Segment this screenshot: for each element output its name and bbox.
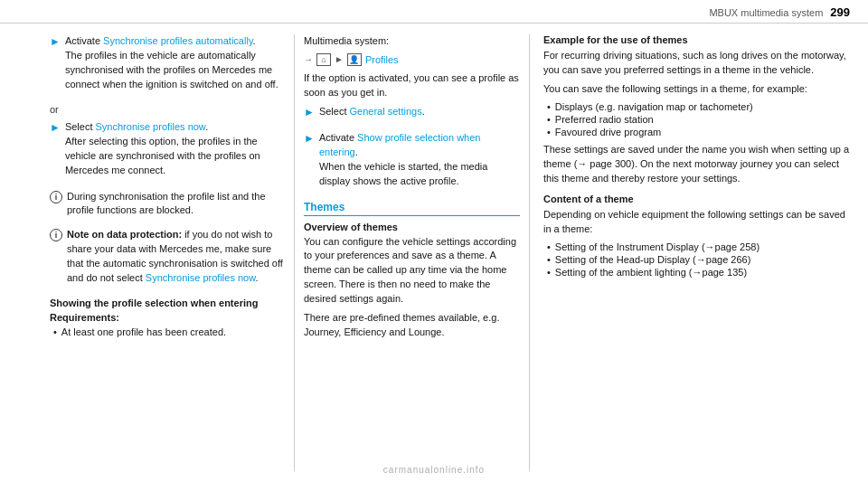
profiles-link[interactable]: Profiles (365, 54, 399, 65)
select-now-text: Select Synchronise profiles now. After s… (65, 120, 285, 178)
arrow-icon-1: ► (50, 35, 61, 48)
select-general-item: ► Select General settings. (304, 105, 520, 124)
example-item-3: Favoured drive program (547, 127, 850, 137)
example-item-2: Preferred radio station (547, 114, 850, 125)
arrow-icon-3: ► (304, 106, 315, 118)
synchronise-auto-link[interactable]: Synchronise profiles automatically (103, 35, 252, 46)
content-heading: Content of a theme (543, 194, 850, 204)
mm-icon-person: 👤 (347, 53, 362, 66)
arrow-135: → (693, 267, 703, 278)
arrow-266: → (696, 254, 706, 265)
arrow-258: → (705, 241, 715, 252)
content-item-3: Setting of the ambient lighting (→ page … (547, 267, 850, 278)
info-text-1: During synchronisation the profile list … (67, 190, 285, 219)
themes-heading: Themes (304, 201, 520, 216)
page-container: MBUX multimedia system 299 ► Activate Sy… (0, 0, 868, 482)
general-settings-link[interactable]: General settings (350, 106, 422, 117)
requirement-item: At least one profile has been created. (53, 326, 285, 337)
example-text-2: You can save the following settings in a… (543, 82, 850, 97)
arrow-icon-4: ► (304, 132, 315, 145)
content-item-1: Setting of the Instrument Display (→ pag… (547, 241, 850, 252)
content-area: ► Activate Synchronise profiles automati… (0, 24, 868, 480)
info-icon-2: i (50, 229, 62, 241)
saved-arrow: → (577, 158, 587, 169)
content-items-list: Setting of the Instrument Display (→ pag… (547, 241, 850, 278)
activate-text: Activate Synchronise profiles automatica… (65, 34, 285, 92)
info-icon-1: i (50, 191, 62, 203)
watermark: carmanualonline.info (383, 465, 485, 475)
note-data-protection-label: Note on data protection: (67, 229, 182, 240)
example-text-1: For recurring driving situations, such a… (543, 49, 850, 78)
right-column: Example for the use of themes For recurr… (529, 34, 850, 471)
activate-arrow-item: ► Activate Synchronise profiles automati… (50, 34, 285, 97)
content-item-2: Setting of the Head-up Display (→ page 2… (547, 254, 850, 265)
mm-icon-row: → ⌂ ► 👤 Profiles (304, 53, 520, 66)
saved-text: These settings are saved under the name … (543, 143, 850, 186)
synchronise-now-link[interactable]: Synchronise profiles now (96, 121, 206, 132)
activate-prefix: Activate (65, 35, 103, 46)
activate-show-item: ► Activate Show profile selection when e… (304, 131, 520, 194)
info-item-2: i Note on data protection: if you do not… (50, 228, 285, 290)
overview-heading: Overview of themes (304, 222, 520, 232)
show-profile-link[interactable]: Show profile selection when entering (319, 132, 481, 157)
mm-label: Multimedia system: (304, 34, 520, 49)
info-text-2: Note on data protection: if you do not w… (67, 228, 285, 286)
mm-arrow-1: → (304, 54, 313, 64)
example-items-list: Displays (e.g. navigation map or tachome… (547, 101, 850, 137)
showing-heading: Showing the profile selection when enter… (50, 298, 285, 308)
select-general-text: Select General settings. (319, 105, 425, 119)
page-header: MBUX multimedia system 299 (0, 0, 868, 24)
requirements-list: At least one profile has been created. (53, 326, 285, 337)
activate-show-text: Activate Show profile selection when ent… (319, 131, 520, 189)
arrow-icon-2: ► (50, 121, 61, 134)
content-text: Depending on vehicle equipment the follo… (543, 208, 850, 237)
info-item-1: i During synchronisation the profile lis… (50, 190, 285, 223)
example-heading: Example for the use of themes (543, 34, 850, 45)
example-item-1: Displays (e.g. navigation map or tachome… (547, 101, 850, 112)
left-column: ► Activate Synchronise profiles automati… (50, 34, 294, 471)
mm-arrow-2: ► (335, 54, 344, 64)
or-label: or (50, 104, 285, 115)
requirements-label: Requirements: (50, 312, 285, 323)
mm-icon-home: ⌂ (316, 53, 331, 66)
synchronise-now-link-2[interactable]: Synchronise profiles now (146, 272, 256, 283)
select-arrow-item: ► Select Synchronise profiles now. After… (50, 120, 285, 183)
header-page-number: 299 (830, 5, 850, 19)
header-title: MBUX multimedia system (709, 7, 823, 18)
predefined-text: There are pre-defined themes available, … (304, 311, 520, 340)
overview-text: You can configure the vehicle settings a… (304, 235, 520, 307)
mid-column: Multimedia system: → ⌂ ► 👤 Profiles If t… (294, 34, 529, 471)
activated-text: If the option is activated, you can see … (304, 71, 520, 100)
